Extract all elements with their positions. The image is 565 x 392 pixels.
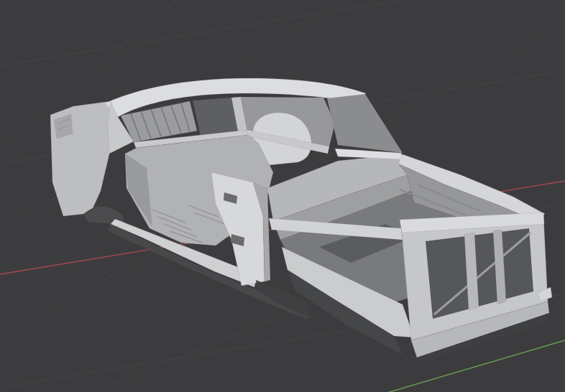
blender-3d-viewport[interactable] [0, 0, 565, 392]
quarter-window-opening [193, 98, 238, 136]
